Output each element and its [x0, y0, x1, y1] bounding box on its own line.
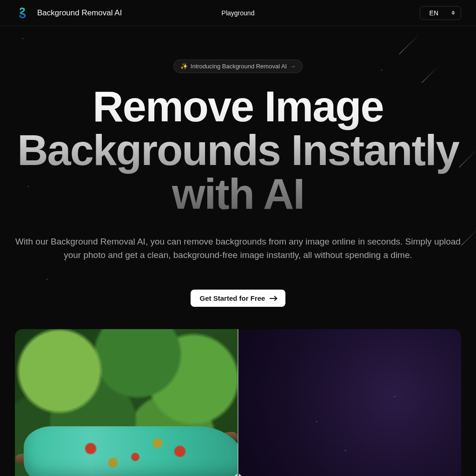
sample-image-removed-bg [238, 329, 461, 476]
announcement-pill[interactable]: ✨ Introducing Background Removal AI → [173, 60, 303, 73]
brand-logo-icon [15, 5, 30, 21]
chevron-up-down-icon [451, 11, 455, 15]
hero-section: ✨ Introducing Background Removal AI → Re… [0, 26, 476, 476]
language-selector[interactable]: EN [420, 6, 461, 20]
compare-divider [238, 329, 238, 476]
announcement-text: Introducing Background Removal AI [191, 63, 287, 70]
hero-headline: Remove Image Backgrounds Instantly with … [0, 85, 476, 216]
language-value: EN [430, 9, 438, 17]
nav-center: Playground [222, 9, 255, 17]
brand-name: Background Removal AI [37, 8, 122, 18]
compare-before [15, 329, 238, 476]
arrow-right-icon: → [290, 63, 296, 70]
before-after-compare [15, 329, 461, 476]
sparkle-icon: ✨ [180, 63, 188, 70]
nav-link-playground[interactable]: Playground [222, 9, 255, 17]
hero-subhead: With our Background Removal AI, you can … [0, 235, 476, 262]
cta-label: Get Started for Free [200, 294, 265, 302]
compare-after [238, 329, 461, 476]
compare-slider-handle[interactable] [231, 470, 245, 476]
brand-group[interactable]: Background Removal AI [15, 5, 122, 21]
get-started-button[interactable]: Get Started for Free [191, 290, 286, 307]
site-header: Background Removal AI Playground EN [0, 0, 476, 26]
arrow-right-icon [270, 298, 276, 299]
